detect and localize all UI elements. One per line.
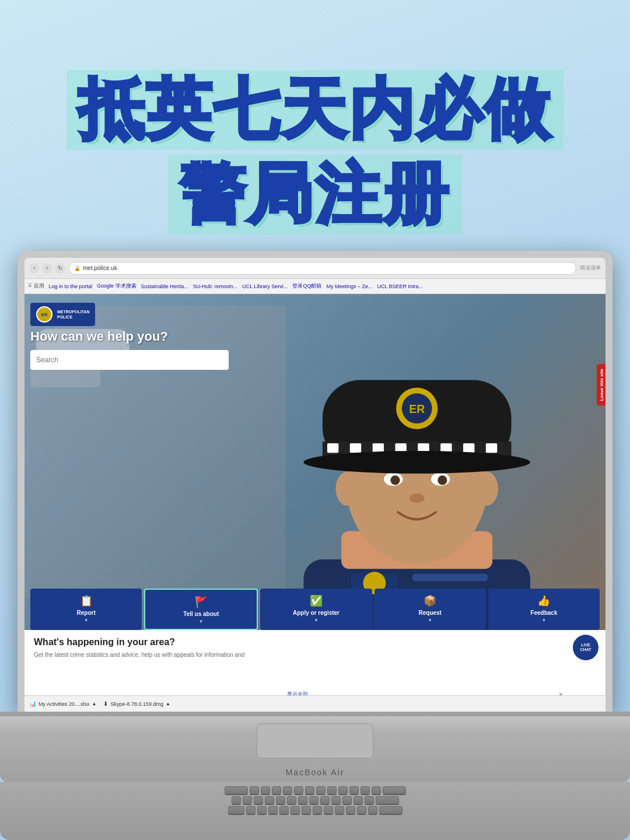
nav-feedback-btn[interactable]: 👍 Feedback ▼ <box>488 589 600 630</box>
forward-button[interactable]: › <box>42 263 52 274</box>
browser-actions: 阅读清单 <box>580 264 601 272</box>
bookmark-qq[interactable]: 登录QQ邮箱 <box>292 282 321 290</box>
download-item-2[interactable]: ⬇ Skype-8.78.0.159.dmg ▲ <box>103 701 170 707</box>
key-u <box>313 806 322 814</box>
url-text: met.police.uk <box>83 265 117 271</box>
bookmark-zoom[interactable]: My Meetings – Ze... <box>326 284 372 289</box>
met-org-line1: METROPOLITAN <box>57 309 89 314</box>
apply-label: Apply or register <box>264 610 368 617</box>
key-backspace <box>376 796 399 804</box>
key-bracket-left <box>357 806 366 814</box>
key-2 <box>254 796 263 804</box>
report-icon: 📋 <box>34 594 138 607</box>
tell-us-icon: 🚩 <box>149 596 253 608</box>
download-label-1: My Activities 20....xlsx <box>38 701 90 707</box>
live-chat-button[interactable]: LIVECHAT <box>573 635 598 660</box>
hero-section: ER ER METROPOLITAN POLICE Le <box>24 294 606 712</box>
bookmark-scihub[interactable]: Sci-Hub: removin... <box>193 284 238 289</box>
key-esc <box>225 786 248 794</box>
key-0 <box>342 796 352 804</box>
download-label-2: Skype-8.78.0.159.dmg <box>110 701 163 707</box>
svg-text:ER: ER <box>409 402 425 415</box>
search-input[interactable] <box>30 356 229 364</box>
download-item-1[interactable]: 📊 My Activities 20....xlsx ▲ <box>29 701 96 707</box>
met-logo: ER METROPOLITAN POLICE <box>30 303 95 326</box>
key-f2 <box>261 786 270 794</box>
key-f4 <box>283 786 292 794</box>
bookmark-sustainable[interactable]: Sustainable Herita... <box>141 284 188 289</box>
feedback-label: Feedback <box>492 610 596 617</box>
key-f12 <box>372 786 381 794</box>
key-row-qwerty <box>12 806 618 814</box>
bookmark-login[interactable]: Log in to the portal <box>49 284 93 289</box>
tell-us-label: Tell us about <box>149 611 253 618</box>
url-bar[interactable]: 🔒 met.police.uk <box>69 262 576 275</box>
browser-bar: ‹ › ↻ 🔒 met.police.uk 阅读清单 <box>24 258 606 279</box>
key-tab <box>228 806 244 814</box>
key-return <box>379 806 402 814</box>
svg-rect-17 <box>372 443 383 453</box>
download-icon-2: ⬇ <box>103 701 108 707</box>
key-backtick <box>232 796 241 804</box>
download-icon-1: 📊 <box>29 701 36 707</box>
key-o <box>335 806 344 814</box>
leave-site-tab[interactable]: Leave this site <box>597 364 606 405</box>
read-mode-label[interactable]: 阅读清单 <box>580 264 601 272</box>
key-r <box>279 806 289 814</box>
search-bar: 点这里 <box>30 350 229 370</box>
key-f6 <box>305 786 314 794</box>
laptop-wrapper: ‹ › ↻ 🔒 met.police.uk 阅读清单 ⠿ 应用 Log in t… <box>18 251 612 712</box>
download-arrow-2: ▲ <box>166 701 170 706</box>
keyboard-area <box>0 782 630 840</box>
title-line1: 抵英七天内必做 <box>66 70 564 150</box>
met-org-line2: POLICE <box>57 314 89 320</box>
key-f10 <box>349 786 359 794</box>
macbook-label: MacBook Air <box>286 768 345 777</box>
report-label: Report <box>34 610 138 617</box>
nav-apply-btn[interactable]: ✅ Apply or register ▼ <box>260 589 372 630</box>
website-content: ER ER METROPOLITAN POLICE Le <box>24 294 606 712</box>
download-arrow-1: ▲ <box>92 701 97 706</box>
request-icon: 📦 <box>378 594 482 607</box>
svg-rect-15 <box>327 443 338 453</box>
feedback-icon: 👍 <box>492 594 596 607</box>
svg-point-26 <box>303 451 530 474</box>
met-badge-text: ER <box>41 312 47 317</box>
bookmark-bseer[interactable]: UCL BSEER Intra... <box>377 284 423 289</box>
nav-request-btn[interactable]: 📦 Request ▼ <box>374 589 486 630</box>
download-bar: 📊 My Activities 20....xlsx ▲ ⬇ Skype-8.7… <box>24 695 606 712</box>
tell-us-arrow: ▼ <box>149 619 253 624</box>
key-4 <box>276 796 285 804</box>
refresh-button[interactable]: ↻ <box>55 263 65 274</box>
key-q <box>246 806 256 814</box>
key-3 <box>265 796 274 804</box>
svg-point-9 <box>438 475 447 485</box>
bookmark-ucl[interactable]: UCL Library Servi... <box>242 284 288 289</box>
key-9 <box>331 796 341 804</box>
svg-rect-16 <box>349 443 360 453</box>
feedback-arrow: ▼ <box>492 618 596 623</box>
key-f8 <box>327 786 337 794</box>
key-w <box>257 806 267 814</box>
report-arrow: ▼ <box>34 618 138 623</box>
key-8 <box>320 796 330 804</box>
laptop-screen: ‹ › ↻ 🔒 met.police.uk 阅读清单 ⠿ 应用 Log in t… <box>24 258 606 712</box>
bookmark-google[interactable]: Google 学术搜索 <box>97 282 136 290</box>
section-title: What's happening in your area? <box>34 637 596 648</box>
key-7 <box>309 796 318 804</box>
lock-icon: 🔒 <box>74 265 80 271</box>
back-button[interactable]: ‹ <box>29 263 40 274</box>
key-delete <box>383 786 406 794</box>
key-e <box>268 806 278 814</box>
bookmark-apps[interactable]: ⠿ 应用 <box>28 282 44 290</box>
key-f7 <box>316 786 326 794</box>
svg-point-10 <box>409 494 424 503</box>
search-overlay: How can we help you? 点这里 <box>30 329 229 370</box>
request-label: Request <box>378 610 482 617</box>
nav-report-btn[interactable]: 📋 Report ▼ <box>30 589 142 630</box>
met-text-block: METROPOLITAN POLICE <box>57 309 89 320</box>
trackpad <box>257 723 373 758</box>
key-i <box>324 806 333 814</box>
nav-tell-us-btn[interactable]: 🚩 Tell us about ▼ <box>144 589 258 630</box>
svg-point-8 <box>390 475 400 485</box>
